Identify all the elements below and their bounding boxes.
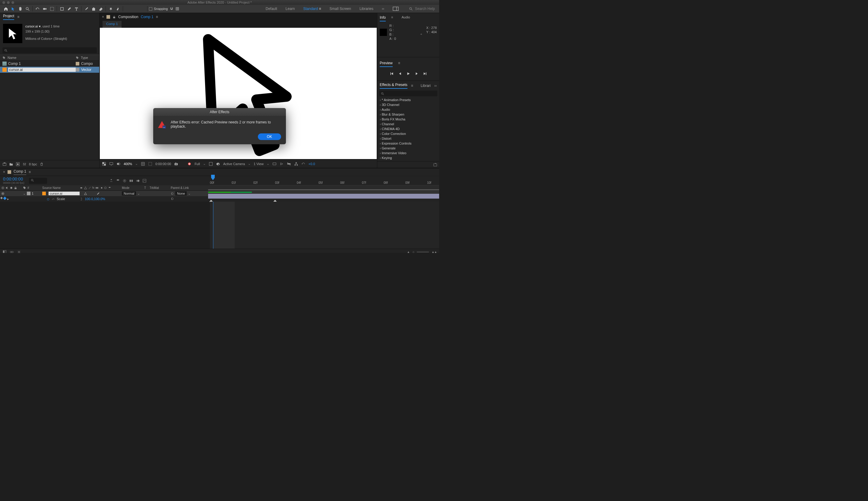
- effect-category[interactable]: Distort: [377, 136, 439, 141]
- composition-name[interactable]: Comp 1: [141, 15, 154, 19]
- project-search-input[interactable]: [2, 47, 97, 53]
- more-workspaces-icon[interactable]: ››: [382, 7, 384, 11]
- panel-menu-icon[interactable]: ≡: [17, 15, 19, 19]
- reset-exposure-icon[interactable]: [301, 162, 306, 166]
- selection-tool[interactable]: [10, 6, 16, 12]
- orbit-tool[interactable]: [34, 6, 41, 12]
- minimize-window-icon[interactable]: [7, 1, 10, 4]
- last-frame-icon[interactable]: [423, 72, 427, 76]
- prev-frame-icon[interactable]: [398, 72, 402, 76]
- chevron-down-icon[interactable]: ⌄: [248, 162, 251, 166]
- timeline-icon[interactable]: [287, 162, 291, 166]
- resolution-dropdown[interactable]: Full: [195, 162, 200, 166]
- flowchart-icon[interactable]: [294, 162, 298, 166]
- alpha-icon[interactable]: [102, 162, 106, 166]
- folder-icon[interactable]: [9, 162, 13, 166]
- label-swatch[interactable]: [76, 62, 79, 65]
- mode-header[interactable]: Mode: [120, 186, 144, 190]
- zoom-out-icon[interactable]: ▲: [407, 250, 410, 253]
- blend-mode-dropdown[interactable]: Normal: [122, 191, 136, 195]
- eraser-tool[interactable]: [97, 6, 104, 12]
- layer-duration-bar[interactable]: [208, 194, 439, 199]
- toggle-inout-icon[interactable]: [17, 250, 21, 253]
- quality-switch-icon[interactable]: [97, 192, 100, 195]
- lock-column-icon[interactable]: [14, 186, 17, 190]
- exposure-value[interactable]: +0.0: [309, 162, 315, 166]
- new-comp-icon[interactable]: [16, 162, 20, 166]
- zoom-in-icon[interactable]: ▲▲: [431, 250, 437, 253]
- trash-icon[interactable]: [40, 162, 44, 166]
- close-timeline-tab-icon[interactable]: ×: [3, 170, 5, 174]
- asset-thumbnail[interactable]: [3, 24, 22, 43]
- lock-icon[interactable]: [112, 15, 116, 19]
- pickwhip-icon[interactable]: [171, 192, 174, 195]
- more-tabs-icon[interactable]: ››: [434, 84, 437, 88]
- stopwatch-icon[interactable]: [46, 198, 50, 201]
- property-name[interactable]: Scale: [57, 197, 65, 201]
- 3d-switch-icon[interactable]: [108, 186, 111, 190]
- shy-icon[interactable]: [122, 179, 127, 183]
- collapse-switch-icon[interactable]: [84, 192, 87, 195]
- brush-tool[interactable]: [83, 6, 90, 12]
- video-toggle-icon[interactable]: [1, 186, 4, 190]
- home-button[interactable]: [2, 6, 9, 12]
- draft-3d-icon[interactable]: [116, 179, 120, 183]
- layer-number-header[interactable]: #: [28, 186, 29, 190]
- timeline-search-input[interactable]: [29, 178, 47, 184]
- adjustment-icon[interactable]: [22, 162, 26, 166]
- puppet-tool[interactable]: [107, 6, 114, 12]
- zoom-level[interactable]: 400%: [124, 162, 132, 166]
- panel-menu-icon[interactable]: ≡: [398, 61, 400, 67]
- fx-switch-icon[interactable]: fx: [92, 186, 95, 190]
- graph-icon[interactable]: [52, 198, 55, 201]
- new-bin-icon[interactable]: [433, 163, 437, 167]
- camera-dropdown[interactable]: Active Camera: [223, 162, 245, 166]
- current-time-display[interactable]: 0:00:00:00: [155, 162, 171, 166]
- zoom-window-icon[interactable]: [11, 1, 14, 4]
- motion-blur-switch-icon[interactable]: [100, 186, 103, 190]
- effect-category[interactable]: Audio: [377, 107, 439, 112]
- monitor-icon[interactable]: [109, 162, 113, 166]
- trkmat-header[interactable]: TrkMat: [150, 186, 169, 190]
- prev-keyframe-icon[interactable]: [0, 196, 3, 199]
- workspace-libraries[interactable]: Libraries: [360, 7, 373, 11]
- panel-menu-icon[interactable]: ≡: [411, 84, 413, 88]
- effect-category[interactable]: Immersive Video: [377, 151, 439, 156]
- panel-menu-icon[interactable]: ≡: [156, 15, 158, 19]
- property-value[interactable]: 100.0,100.0%: [85, 197, 105, 201]
- parent-link-header[interactable]: Parent & Link: [169, 186, 208, 190]
- toggle-modes-icon[interactable]: [10, 250, 14, 253]
- source-name-header[interactable]: Source Name: [41, 186, 80, 190]
- label-icon[interactable]: [76, 56, 79, 60]
- add-keyframe-icon[interactable]: [3, 196, 6, 200]
- play-icon[interactable]: [406, 72, 410, 76]
- frame-blend-switch-icon[interactable]: [95, 186, 99, 190]
- shy-switch-icon[interactable]: [80, 186, 83, 190]
- snap-target-icon[interactable]: [175, 7, 179, 11]
- info-tab[interactable]: Info: [380, 15, 386, 21]
- project-empty-area[interactable]: [0, 73, 99, 160]
- clone-tool[interactable]: [90, 6, 97, 12]
- snapshot-icon[interactable]: [174, 162, 178, 166]
- video-toggle-icon[interactable]: [1, 192, 4, 195]
- panel-menu-icon[interactable]: ≡: [29, 170, 31, 174]
- close-tab-icon[interactable]: ×: [102, 15, 104, 19]
- project-tab[interactable]: Project: [3, 14, 14, 20]
- workspace-learn[interactable]: Learn: [286, 7, 295, 11]
- effects-tab[interactable]: Effects & Presets: [380, 83, 407, 89]
- effect-category[interactable]: 3D Channel: [377, 102, 439, 107]
- shape-tool[interactable]: [58, 6, 65, 12]
- text-tool[interactable]: [73, 6, 80, 12]
- label-column-icon[interactable]: [23, 186, 26, 190]
- timeline-ruler[interactable]: 00f01f02f03f04f05f06f07f08f09f10f: [210, 176, 439, 185]
- effect-category[interactable]: Keying: [377, 156, 439, 160]
- project-item-comp[interactable]: Comp 1 Compo: [0, 61, 99, 67]
- chevron-down-icon[interactable]: ⌄: [135, 162, 138, 166]
- resolution-grid-icon[interactable]: [141, 162, 145, 166]
- effect-category[interactable]: Generate: [377, 146, 439, 151]
- toggle-switches-icon[interactable]: [2, 250, 7, 253]
- trkmat-t-header[interactable]: T: [144, 186, 150, 190]
- collapse-switch-icon[interactable]: [84, 186, 87, 190]
- chevron-down-icon[interactable]: ⌄: [267, 162, 269, 166]
- transparency-grid-icon[interactable]: [209, 162, 213, 166]
